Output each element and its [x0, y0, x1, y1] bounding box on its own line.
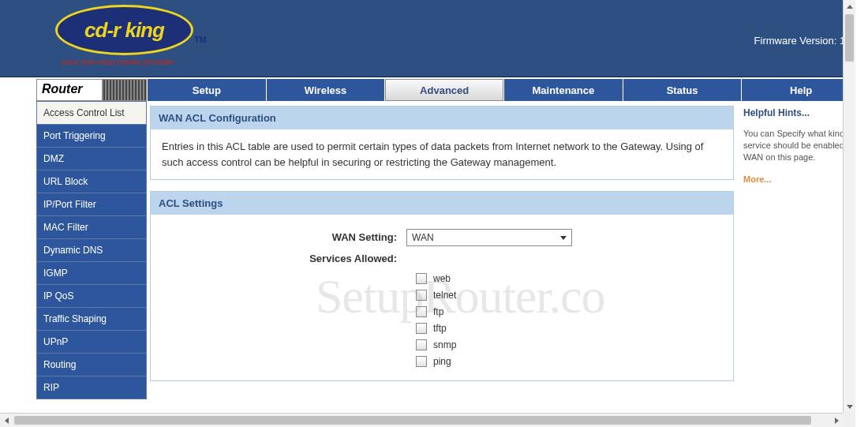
service-label: web: [433, 272, 451, 286]
sidebar-item-url-block[interactable]: URL Block: [36, 170, 147, 193]
helpful-hints: Helpful Hints... You can Specify what ki…: [737, 101, 855, 399]
sidebar-item-ip-qos[interactable]: IP QoS: [36, 285, 147, 308]
horizontal-scrollbar[interactable]: [0, 413, 843, 427]
scroll-left-icon[interactable]: [0, 414, 13, 427]
scroll-thumb[interactable]: [845, 14, 854, 62]
tab-wireless[interactable]: Wireless: [267, 79, 385, 101]
checkbox-tftp[interactable]: [416, 323, 427, 334]
sidebar-item-port-triggering[interactable]: Port Triggering: [36, 125, 147, 148]
sidebar-item-routing[interactable]: Routing: [36, 354, 147, 376]
checkbox-snmp[interactable]: [416, 339, 427, 350]
checkbox-ftp[interactable]: [416, 306, 427, 317]
panel-title: ACL Settings: [151, 192, 733, 215]
sidebar-item-dmz[interactable]: DMZ: [36, 148, 147, 170]
scroll-down-icon[interactable]: [844, 400, 855, 413]
firmware-version: Firmware Version: 1.0: [754, 35, 854, 47]
logo-tagline: your one-stop media provider: [62, 57, 221, 66]
checkbox-web[interactable]: [416, 273, 427, 284]
sidebar-item-access-control-list[interactable]: Access Control List: [36, 101, 147, 125]
scroll-up-icon[interactable]: [844, 0, 855, 13]
tab-maintenance[interactable]: Maintenance: [504, 79, 623, 101]
service-label: snmp: [433, 338, 456, 352]
services-allowed-label: Services Allowed:: [162, 251, 406, 267]
wan-setting-select[interactable]: WAN: [406, 229, 572, 246]
scroll-right-icon[interactable]: [830, 414, 843, 427]
hints-more-link[interactable]: More...: [743, 174, 855, 184]
panel-acl-settings: ACL Settings WAN Setting: WAN Services A…: [150, 191, 734, 381]
checkbox-ping[interactable]: [416, 356, 427, 367]
service-label: ping: [433, 354, 451, 369]
sidebar-item-dynamic-dns[interactable]: Dynamic DNS: [36, 239, 147, 262]
sidebar-item-upnp[interactable]: UPnP: [36, 331, 147, 354]
vertical-scrollbar[interactable]: [843, 0, 855, 413]
scroll-corner: [843, 413, 855, 427]
router-label: Router: [36, 79, 103, 101]
main-content: WAN ACL Configuration Entries in this AC…: [147, 101, 737, 399]
logo-text: cd-r king: [84, 18, 164, 43]
scroll-thumb[interactable]: [14, 416, 811, 425]
service-label: ftp: [433, 305, 443, 319]
tabs-row: Router Setup Wireless Advanced Maintenan…: [0, 77, 855, 101]
hints-title: Helpful Hints...: [743, 107, 855, 118]
panel-title: WAN ACL Configuration: [151, 107, 733, 129]
sidebar-item-mac-filter[interactable]: MAC Filter: [36, 216, 147, 239]
checkbox-telnet[interactable]: [416, 290, 427, 301]
tab-help[interactable]: Help: [742, 79, 855, 101]
sidebar: Access Control List Port Triggering DMZ …: [36, 101, 147, 399]
logo-oval: cd-r king: [55, 5, 193, 55]
sidebar-item-rip[interactable]: RIP: [36, 376, 147, 399]
tab-setup[interactable]: Setup: [148, 79, 266, 101]
sidebar-item-igmp[interactable]: IGMP: [36, 262, 147, 285]
logo: cd-r king TM your one-stop media provide…: [55, 5, 221, 66]
service-label: telnet: [433, 288, 456, 302]
logo-tm: TM: [194, 35, 207, 44]
sidebar-item-traffic-shaping[interactable]: Traffic Shaping: [36, 308, 147, 331]
wan-setting-label: WAN Setting:: [162, 230, 406, 245]
hints-body: You can Specify what kind of service sho…: [743, 128, 855, 163]
sidebar-item-ip-port-filter[interactable]: IP/Port Filter: [36, 193, 147, 216]
tab-advanced[interactable]: Advanced: [385, 79, 503, 101]
router-stripes-icon: [103, 79, 147, 101]
tab-status[interactable]: Status: [623, 79, 742, 101]
panel-desc: Entries in this ACL table are used to pe…: [151, 129, 733, 179]
header: cd-r king TM your one-stop media provide…: [0, 0, 855, 77]
panel-wan-acl-config: WAN ACL Configuration Entries in this AC…: [150, 106, 734, 180]
service-label: tftp: [433, 321, 447, 335]
